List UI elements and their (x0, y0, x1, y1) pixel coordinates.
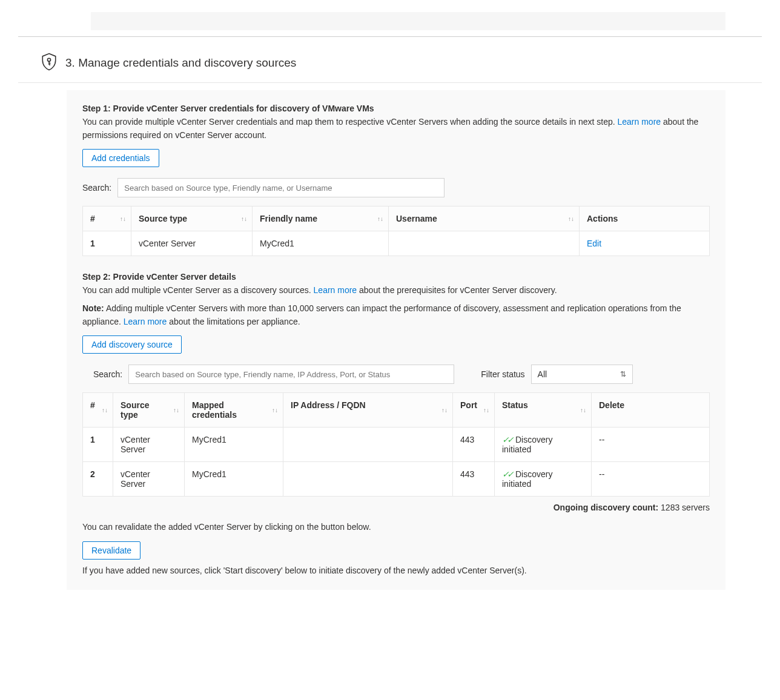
col2-ip[interactable]: IP Address / FQDN ↑↓ (283, 393, 453, 428)
cell-delete: -- (592, 462, 710, 497)
section-title-text: Manage credentials and discovery sources (78, 56, 296, 69)
cell-ip (283, 428, 453, 462)
col-friendly-name[interactable]: Friendly name ↑↓ (253, 206, 389, 231)
sort-icon: ↑↓ (272, 407, 278, 414)
step1-desc-pre: You can provide multiple vCenter Server … (82, 117, 618, 127)
cell-friendly-name: MyCred1 (253, 231, 389, 256)
add-credentials-button[interactable]: Add credentials (82, 149, 159, 167)
count-value: 1283 servers (661, 503, 710, 512)
cell-username (389, 231, 580, 256)
top-banner (91, 12, 725, 30)
cell-status: ✓✓Discovery initiated (495, 462, 592, 497)
col-index-label: # (90, 214, 95, 223)
col-username-label: Username (396, 214, 437, 223)
col2-mapped-credentials-label: Mapped credentials (192, 400, 237, 420)
filter-status-label: Filter status (481, 369, 524, 379)
revalidate-text: You can revalidate the added vCenter Ser… (82, 521, 710, 534)
step2-learn-more-link-1[interactable]: Learn more (314, 285, 357, 295)
main-card: Step 1: Provide vCenter Server credentia… (67, 90, 725, 590)
col-username[interactable]: Username ↑↓ (389, 206, 580, 231)
cell-source-type: vCenter Server (113, 428, 185, 462)
sort-icon: ↑↓ (580, 407, 586, 414)
col2-source-type-label: Source type (121, 400, 149, 420)
cell-status: ✓✓Discovery initiated (495, 428, 592, 462)
table-row: 1 vCenter Server MyCred1 443 ✓✓Discovery… (83, 428, 710, 462)
col2-source-type[interactable]: Source type ↑↓ (113, 393, 185, 428)
cell-source-type: vCenter Server (113, 462, 185, 497)
cell-ip (283, 462, 453, 497)
discovery-sources-table: # ↑↓ Source type ↑↓ Mapped credentials ↑… (82, 392, 710, 497)
cell-mapped: MyCred1 (185, 428, 283, 462)
sort-icon: ↑↓ (120, 216, 126, 222)
step1-description: You can provide multiple vCenter Server … (82, 116, 710, 142)
double-check-icon: ✓✓ (502, 435, 512, 444)
col2-index-label: # (90, 400, 95, 410)
sort-icon: ↑↓ (483, 407, 489, 414)
add-discovery-source-button[interactable]: Add discovery source (82, 335, 182, 354)
col2-index[interactable]: # ↑↓ (83, 393, 113, 428)
col2-port[interactable]: Port ↑↓ (453, 393, 495, 428)
note-label: Note: (82, 303, 104, 313)
col2-delete-label: Delete (599, 400, 624, 410)
step2-search-label: Search: (93, 369, 122, 379)
credentials-table: # ↑↓ Source type ↑↓ Friendly name ↑↓ Use… (82, 206, 710, 256)
cell-port: 443 (453, 428, 495, 462)
step2-note: Note: Adding multiple vCenter Servers wi… (82, 302, 710, 328)
edit-link[interactable]: Edit (587, 239, 601, 248)
sort-icon: ↑↓ (241, 216, 247, 222)
sort-icon: ↑↓ (377, 216, 383, 222)
col2-ip-label: IP Address / FQDN (291, 400, 366, 410)
cell-delete: -- (592, 428, 710, 462)
col2-status-label: Status (502, 400, 528, 410)
cell-mapped: MyCred1 (185, 462, 283, 497)
ongoing-discovery-count: Ongoing discovery count: 1283 servers (82, 503, 710, 512)
select-caret-icon: ⇅ (620, 370, 626, 378)
col2-delete: Delete (592, 393, 710, 428)
shield-key-icon (41, 53, 57, 73)
cell-index: 1 (90, 239, 95, 248)
sort-icon: ↑↓ (173, 407, 179, 414)
step1-search-label: Search: (82, 183, 111, 193)
col-friendly-name-label: Friendly name (260, 214, 317, 223)
step1-search-input[interactable] (117, 178, 445, 197)
cell-index: 2 (90, 469, 95, 479)
step1-title: Step 1: Provide vCenter Server credentia… (82, 104, 710, 113)
col2-status[interactable]: Status ↑↓ (495, 393, 592, 428)
filter-status-select[interactable]: All ⇅ (531, 365, 633, 384)
col2-mapped-credentials[interactable]: Mapped credentials ↑↓ (185, 393, 283, 428)
sort-icon: ↑↓ (441, 407, 448, 414)
sort-icon: ↑↓ (102, 407, 108, 414)
section-number: 3. (65, 56, 75, 69)
table-row: 1 vCenter Server MyCred1 Edit (83, 231, 710, 256)
cell-source-type: vCenter Server (131, 231, 253, 256)
cell-index: 1 (90, 435, 95, 444)
step2-search-input[interactable] (128, 365, 454, 384)
after-add-text: If you have added new sources, click 'St… (82, 564, 710, 578)
step1-learn-more-link[interactable]: Learn more (618, 117, 661, 127)
col-actions-label: Actions (587, 214, 618, 223)
step2-description: You can add multiple vCenter Server as a… (82, 284, 710, 297)
section-header: 3. Manage credentials and discovery sour… (18, 49, 762, 83)
col2-port-label: Port (460, 400, 477, 410)
step2-title: Step 2: Provide vCenter Server details (82, 272, 710, 282)
sort-icon: ↑↓ (568, 216, 574, 222)
table-row: 2 vCenter Server MyCred1 443 ✓✓Discovery… (83, 462, 710, 497)
col-source-type-label: Source type (139, 214, 187, 223)
col-actions: Actions (580, 206, 710, 231)
divider (18, 36, 762, 37)
double-check-icon: ✓✓ (502, 469, 512, 479)
col-source-type[interactable]: Source type ↑↓ (131, 206, 253, 231)
step2-learn-more-link-2[interactable]: Learn more (124, 317, 167, 326)
col-index[interactable]: # ↑↓ (83, 206, 131, 231)
count-label: Ongoing discovery count: (554, 503, 658, 512)
revalidate-button[interactable]: Revalidate (82, 541, 140, 560)
cell-port: 443 (453, 462, 495, 497)
svg-point-0 (47, 58, 50, 61)
step2-desc-post: about the prerequisites for vCenter Serv… (357, 285, 557, 295)
step2-desc-pre: You can add multiple vCenter Server as a… (82, 285, 314, 295)
note-text-post: about the limitations per appliance. (167, 317, 300, 326)
section-title: 3. Manage credentials and discovery sour… (65, 56, 296, 70)
filter-status-value: All (538, 369, 547, 379)
